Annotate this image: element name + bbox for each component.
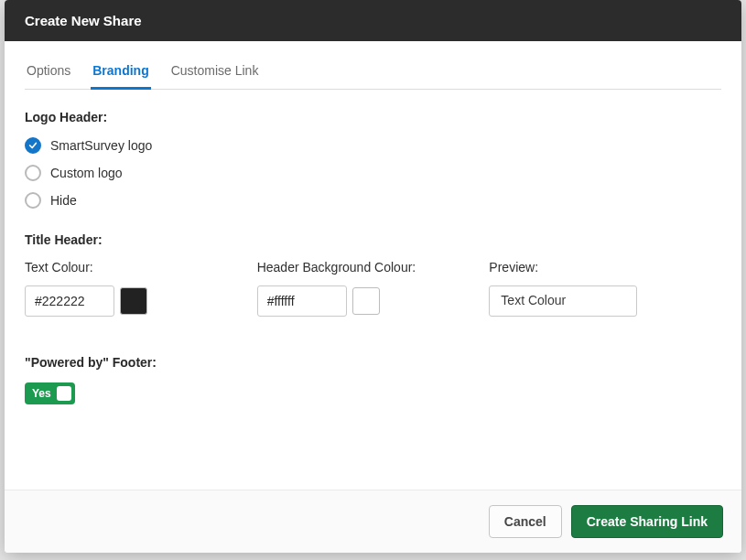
cancel-button[interactable]: Cancel [489, 505, 562, 538]
text-colour-field: Text Colour: [25, 260, 257, 317]
toggle-text: Yes [32, 387, 51, 400]
text-colour-swatch[interactable] [120, 287, 147, 315]
tab-options[interactable]: Options [25, 58, 72, 90]
radio-label: Hide [50, 193, 77, 208]
toggle-handle [57, 386, 71, 401]
tabs: Options Branding Customise Link [25, 58, 721, 90]
radio-icon [25, 137, 41, 154]
title-header-label: Title Header: [25, 232, 721, 247]
radio-hide[interactable]: Hide [25, 192, 721, 209]
bg-colour-input[interactable] [257, 285, 347, 317]
radio-icon [25, 192, 41, 209]
radio-smartsurvey-logo[interactable]: SmartSurvey logo [25, 137, 721, 154]
bg-colour-label: Header Background Colour: [257, 260, 490, 275]
radio-label: Custom logo [50, 166, 123, 180]
modal-footer: Cancel Create Sharing Link [5, 490, 741, 553]
radio-custom-logo[interactable]: Custom logo [25, 165, 721, 181]
powered-by-toggle[interactable]: Yes [25, 382, 75, 404]
preview-field: Preview: Text Colour [489, 260, 721, 317]
modal-title: Create New Share [5, 0, 741, 41]
text-colour-label: Text Colour: [25, 260, 257, 275]
text-colour-input[interactable] [25, 285, 114, 317]
title-header-row: Text Colour: Header Background Colour: P… [25, 260, 721, 317]
radio-icon [25, 165, 41, 181]
logo-header-label: Logo Header: [25, 110, 721, 124]
tab-customise-link[interactable]: Customise Link [169, 58, 261, 90]
radio-label: SmartSurvey logo [50, 138, 152, 153]
tab-branding[interactable]: Branding [91, 58, 150, 90]
modal-body: Options Branding Customise Link Logo Hea… [5, 41, 741, 490]
preview-label: Preview: [489, 260, 721, 275]
create-sharing-link-button[interactable]: Create Sharing Link [571, 505, 723, 538]
bg-colour-field: Header Background Colour: [257, 260, 490, 317]
logo-header-radio-group: SmartSurvey logo Custom logo Hide [25, 137, 721, 209]
preview-box: Text Colour [489, 285, 637, 317]
create-share-modal: Create New Share Options Branding Custom… [5, 0, 741, 553]
bg-colour-swatch[interactable] [352, 287, 380, 315]
powered-by-label: "Powered by" Footer: [25, 355, 721, 370]
